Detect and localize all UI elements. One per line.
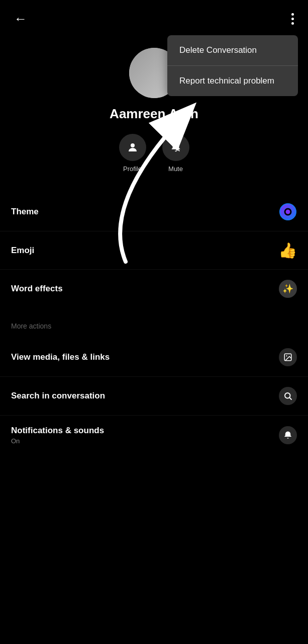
notifications-sublabel: On bbox=[11, 437, 279, 445]
theme-right bbox=[279, 203, 297, 221]
thumbs-up-icon: 👍 bbox=[278, 242, 297, 259]
word-effects-right: ✨ bbox=[279, 280, 297, 298]
svg-point-6 bbox=[285, 393, 290, 398]
view-media-right bbox=[279, 348, 297, 366]
bell-icon bbox=[170, 142, 181, 153]
word-effects-label-wrap: Word effects bbox=[11, 284, 279, 294]
notification-bell-icon bbox=[279, 426, 297, 444]
search-conversation-item[interactable]: Search in conversation bbox=[0, 377, 308, 416]
emoji-setting-item[interactable]: Emoji 👍 bbox=[0, 231, 308, 270]
more-options-button[interactable] bbox=[287, 11, 298, 27]
search-label: Search in conversation bbox=[11, 391, 279, 401]
person-icon bbox=[127, 141, 139, 153]
theme-circle-svg bbox=[279, 203, 297, 221]
view-media-item[interactable]: View media, files & links bbox=[0, 338, 308, 377]
theme-icon bbox=[279, 203, 297, 221]
svg-point-5 bbox=[286, 355, 287, 356]
emoji-label-wrap: Emoji bbox=[11, 246, 278, 256]
profile-name: Aamreen Arsh bbox=[110, 106, 198, 122]
dropdown-menu: Delete Conversation Report technical pro… bbox=[167, 35, 298, 96]
sparkle-icon: ✨ bbox=[279, 280, 297, 298]
dot-3 bbox=[291, 22, 294, 25]
report-technical-item[interactable]: Report technical problem bbox=[167, 66, 298, 96]
word-effects-setting-item[interactable]: Word effects ✨ bbox=[0, 270, 308, 308]
notifications-label: Notifications & sounds bbox=[11, 426, 279, 436]
image-icon bbox=[283, 353, 292, 362]
search-icon bbox=[279, 387, 297, 405]
view-media-label-wrap: View media, files & links bbox=[11, 352, 279, 362]
search-svg bbox=[283, 391, 292, 400]
dot-1 bbox=[291, 13, 294, 16]
action-buttons: Profile Mute bbox=[119, 134, 189, 173]
notifications-item[interactable]: Notifications & sounds On bbox=[0, 416, 308, 455]
bell-svg bbox=[283, 431, 292, 440]
svg-point-0 bbox=[131, 143, 135, 147]
profile-action-label: Profile bbox=[123, 165, 142, 173]
profile-action-wrap: Profile bbox=[119, 134, 146, 173]
media-icon bbox=[279, 348, 297, 366]
dot-2 bbox=[291, 18, 294, 20]
search-right bbox=[279, 387, 297, 405]
header: ← bbox=[0, 0, 308, 38]
view-media-label: View media, files & links bbox=[11, 352, 279, 362]
emoji-right: 👍 bbox=[278, 242, 297, 259]
profile-action-button[interactable] bbox=[119, 134, 146, 161]
more-actions-header: More actions bbox=[0, 313, 308, 333]
mute-action-button[interactable] bbox=[162, 134, 189, 161]
word-effects-label: Word effects bbox=[11, 284, 279, 294]
svg-point-3 bbox=[285, 209, 291, 215]
svg-line-7 bbox=[289, 397, 291, 399]
theme-label: Theme bbox=[11, 207, 279, 217]
mute-action-label: Mute bbox=[168, 165, 183, 173]
emoji-label: Emoji bbox=[11, 246, 278, 256]
delete-conversation-item[interactable]: Delete Conversation bbox=[167, 35, 298, 66]
notifications-right bbox=[279, 426, 297, 444]
mute-action-wrap: Mute bbox=[162, 134, 189, 173]
search-label-wrap: Search in conversation bbox=[11, 391, 279, 401]
theme-label-wrap: Theme bbox=[11, 207, 279, 217]
more-actions-list: View media, files & links Search in conv… bbox=[0, 333, 308, 460]
theme-setting-item[interactable]: Theme bbox=[0, 193, 308, 231]
notifications-label-wrap: Notifications & sounds On bbox=[11, 426, 279, 445]
back-button[interactable]: ← bbox=[10, 9, 31, 29]
settings-list: Theme Emoji 👍 bbox=[0, 188, 308, 313]
